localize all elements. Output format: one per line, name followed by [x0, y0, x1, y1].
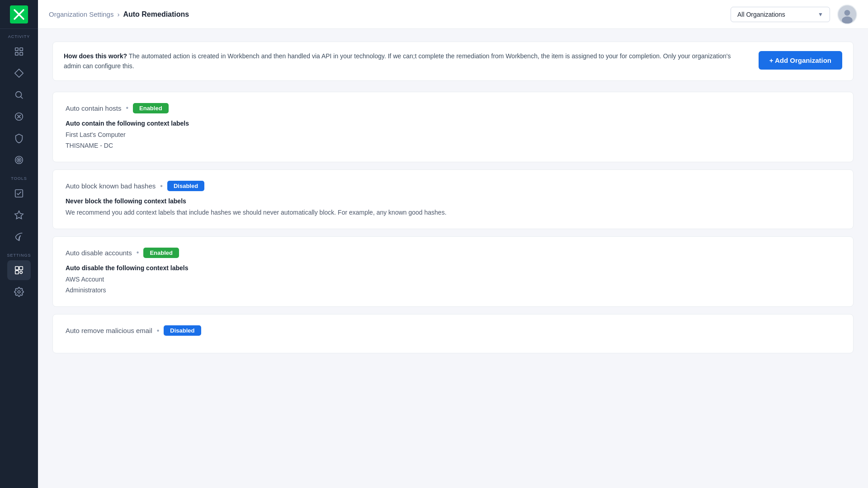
sidebar-item-system-settings[interactable] [7, 282, 31, 302]
svg-rect-11 [19, 267, 23, 270]
card-dot: • [137, 249, 139, 257]
card-dot: • [157, 327, 160, 335]
sidebar-item-target[interactable] [7, 150, 31, 170]
sidebar-item-leaf[interactable] [7, 227, 31, 247]
chevron-down-icon: ▼ [818, 11, 823, 18]
card-section-title-auto-contain: Auto contain the following context label… [66, 120, 840, 127]
svg-point-16 [844, 10, 850, 16]
org-selector-label: All Organizations [737, 11, 785, 18]
content-area: How does this work? The automated action… [38, 29, 868, 488]
svg-point-8 [19, 160, 20, 161]
status-badge-auto-disable[interactable]: Enabled [143, 248, 179, 258]
sidebar-item-org-settings[interactable] [7, 260, 31, 280]
sidebar-item-star[interactable] [7, 205, 31, 225]
card-title-auto-remove: Auto remove malicious email [66, 327, 152, 334]
topbar-right: All Organizations ▼ [731, 5, 857, 24]
list-item: First Last's Computer [66, 130, 840, 141]
sidebar-item-dashboard[interactable] [7, 42, 31, 61]
card-items-auto-contain: First Last's Computer THISNAME - DC [66, 130, 840, 151]
svg-rect-12 [15, 271, 19, 274]
tools-section-label: TOOLS [0, 176, 38, 181]
list-item: Administrators [66, 285, 840, 296]
status-badge-auto-contain[interactable]: Enabled [133, 103, 169, 113]
card-section-title-auto-block: Never block the following context labels [66, 197, 840, 205]
info-text-body: The automated action is created in Workb… [64, 52, 731, 70]
card-title-auto-disable: Auto disable accounts [66, 249, 132, 257]
card-header-auto-remove: Auto remove malicious email • Disabled [66, 325, 840, 336]
svg-rect-1 [20, 48, 23, 51]
sidebar-item-search[interactable] [7, 85, 31, 105]
card-auto-remove-email: Auto remove malicious email • Disabled [52, 314, 854, 353]
card-header-auto-block: Auto block known bad hashes • Disabled [66, 181, 840, 191]
card-auto-disable-accounts: Auto disable accounts • Enabled Auto dis… [52, 236, 854, 307]
card-title-auto-contain: Auto contain hosts [66, 104, 121, 112]
sidebar-item-diamond[interactable] [7, 63, 31, 83]
card-auto-block-hashes: Auto block known bad hashes • Disabled N… [52, 169, 854, 229]
sidebar-item-alerts[interactable] [7, 107, 31, 127]
sidebar: ACTIVITY [0, 0, 38, 488]
breadcrumb: Organization Settings › Auto Remediation… [49, 10, 725, 19]
status-badge-auto-remove[interactable]: Disabled [164, 325, 201, 336]
add-organization-button[interactable]: + Add Organization [759, 51, 842, 70]
card-items-auto-disable: AWS Account Administrators [66, 274, 840, 296]
svg-rect-2 [15, 52, 18, 55]
card-header-auto-disable: Auto disable accounts • Enabled [66, 248, 840, 258]
svg-rect-0 [15, 48, 18, 51]
status-badge-auto-block[interactable]: Disabled [167, 181, 204, 191]
breadcrumb-parent: Organization Settings [49, 10, 113, 18]
svg-rect-10 [15, 267, 19, 270]
activity-section-label: ACTIVITY [0, 34, 38, 39]
svg-point-14 [18, 291, 20, 293]
card-title-auto-block: Auto block known bad hashes [66, 182, 156, 190]
sidebar-item-tasks[interactable] [7, 183, 31, 203]
info-text: How does this work? The automated action… [64, 51, 748, 71]
card-header-auto-contain: Auto contain hosts • Enabled [66, 103, 840, 113]
svg-rect-3 [20, 52, 23, 55]
list-item: THISNAME - DC [66, 141, 840, 151]
settings-section-label: SETTINGS [0, 253, 38, 258]
card-section-title-auto-disable: Auto disable the following context label… [66, 264, 840, 272]
sidebar-logo [0, 0, 38, 29]
topbar: Organization Settings › Auto Remediation… [38, 0, 868, 29]
user-avatar[interactable] [837, 5, 857, 24]
breadcrumb-current: Auto Remediations [123, 10, 189, 19]
breadcrumb-separator: › [117, 10, 119, 18]
app-logo[interactable] [10, 5, 28, 23]
card-dot: • [160, 182, 163, 190]
card-description-auto-block: We recommend you add context labels that… [66, 207, 840, 217]
sidebar-item-shield[interactable] [7, 128, 31, 148]
list-item: AWS Account [66, 274, 840, 285]
info-banner: How does this work? The automated action… [52, 42, 854, 81]
svg-point-4 [16, 92, 22, 98]
card-dot: • [126, 104, 128, 112]
org-selector[interactable]: All Organizations ▼ [731, 7, 830, 22]
info-text-bold: How does this work? [64, 52, 127, 60]
main-area: Organization Settings › Auto Remediation… [38, 0, 868, 488]
card-auto-contain-hosts: Auto contain hosts • Enabled Auto contai… [52, 92, 854, 163]
